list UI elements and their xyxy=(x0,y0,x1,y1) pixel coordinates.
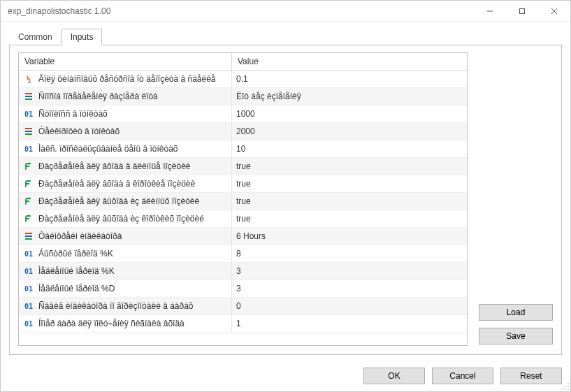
svg-point-17 xyxy=(565,389,566,390)
table-row[interactable]: Ðàçðåøåíèå äëÿ âõîäà â êîðîòêèå ïîçèöèèt… xyxy=(19,175,467,193)
enum-icon xyxy=(23,231,34,242)
dialog-footer: OK Cancel Reset xyxy=(1,361,570,391)
variable-label: Òàéìôðåéì èíäèêàòîðà xyxy=(38,231,122,241)
table-body: ½Äïëÿ ôèíàíñîâûõ ðåñóðñîâ îò äåïîçèòà â … xyxy=(19,71,467,345)
cell-variable: 01Ìåäëåííûé ïåðèîä %K xyxy=(19,263,232,280)
cell-value[interactable]: 10 xyxy=(232,140,467,157)
svg-point-14 xyxy=(565,386,566,387)
enum-icon xyxy=(23,91,34,102)
reset-button[interactable]: Reset xyxy=(500,368,562,384)
variable-label: Ìåäëåííûé ïåðèîä %D xyxy=(38,284,115,293)
integer-icon: 01 xyxy=(23,266,34,277)
dialog-window: exp_dinapolistochastic 1.00 Common Input… xyxy=(0,0,571,392)
table-row[interactable]: Òàéìôðåéì èíäèêàòîðà6 Hours xyxy=(19,228,467,245)
cell-value[interactable]: 6 Hours xyxy=(232,228,467,245)
side-buttons: Load Save xyxy=(479,52,553,346)
cancel-button[interactable]: Cancel xyxy=(432,368,493,384)
cell-variable: 01Íîìåð áàðà äëÿ ïîëó÷åíèÿ ñèãíàëà âõîäà xyxy=(19,315,232,332)
cell-variable: 01Ìåäëåííûé ïåðèîä %D xyxy=(19,280,232,297)
table-row[interactable]: 01Ìåäëåííûé ïåðèîä %K3 xyxy=(19,263,467,280)
table-row[interactable]: 01Ìåäëåííûé ïåðèîä %D3 xyxy=(19,280,467,298)
variable-label: Íîìåð áàðà äëÿ ïîëó÷åíèÿ ñèãíàëà âõîäà xyxy=(38,319,185,328)
variable-label: Ñïîñîá îïðåäåëåíèÿ ðàçìåðà ëîòà xyxy=(38,92,158,101)
table-row[interactable]: Òåéêïðîôèò â ïóíêòàõ2000 xyxy=(19,123,467,140)
close-button[interactable] xyxy=(538,1,570,22)
cell-value[interactable]: Ëîò áåç èçìåíåíèÿ xyxy=(232,88,467,105)
table-row[interactable]: 01Ìàêñ. ïðîñêàëüçûâàíèå öåíû â ïóíêòàõ10 xyxy=(19,140,467,158)
cell-variable: 01Ñäâèã èíäèêàòîðà ïî ãîðèçîíòàëè â áàðà… xyxy=(19,298,232,314)
svg-point-15 xyxy=(568,386,569,387)
tab-strip: Common Inputs xyxy=(9,29,562,45)
cell-variable: Ðàçðåøåíèå äëÿ âõîäà â äëèííûå ïîçèöèè xyxy=(19,158,232,175)
svg-point-16 xyxy=(562,389,563,390)
col-header-variable[interactable]: Variable xyxy=(19,53,232,70)
cell-variable: 01Ìàêñ. ïðîñêàëüçûâàíèå öåíû â ïóíêòàõ xyxy=(19,140,232,157)
variable-label: Ðàçðåøåíèå äëÿ âûõîäà èç êîðîòêèõ ïîçèöè… xyxy=(38,214,204,224)
svg-point-18 xyxy=(568,389,569,390)
cell-value[interactable]: 1 xyxy=(232,315,467,332)
variable-label: Ìàêñ. ïðîñêàëüçûâàíèå öåíû â ïóíêòàõ xyxy=(38,144,178,154)
table-header: Variable Value xyxy=(19,53,467,71)
tab-inputs[interactable]: Inputs xyxy=(62,29,103,45)
cell-value[interactable]: 3 xyxy=(232,263,467,280)
cell-value[interactable]: true xyxy=(232,193,467,210)
cell-variable: 01Ñòîïëîññ â ïóíêòàõ xyxy=(19,106,232,122)
cell-value[interactable]: 0 xyxy=(232,298,467,314)
cell-variable: Ðàçðåøåíèå äëÿ âõîäà â êîðîòêèå ïîçèöèè xyxy=(19,175,232,192)
variable-label: Òåéêïðîôèò â ïóíêòàõ xyxy=(38,126,120,136)
window-title: exp_dinapolistochastic 1.00 xyxy=(1,6,474,16)
cell-value[interactable]: 1000 xyxy=(232,106,467,122)
integer-icon: 01 xyxy=(23,248,34,259)
integer-icon: 01 xyxy=(23,143,34,154)
minimize-button[interactable] xyxy=(474,1,506,22)
integer-icon: 01 xyxy=(23,318,34,329)
enum-icon xyxy=(23,126,34,137)
integer-icon: 01 xyxy=(23,283,34,294)
tab-common[interactable]: Common xyxy=(9,29,62,45)
variable-label: Äïëÿ ôèíàíñîâûõ ðåñóðñîâ îò äåïîçèòà â ñ… xyxy=(38,74,216,84)
variable-label: Ðàçðåøåíèå äëÿ âõîäà â äëèííûå ïîçèöèè xyxy=(38,161,191,171)
variable-label: Ìåäëåííûé ïåðèîä %K xyxy=(38,266,115,276)
ok-button[interactable]: OK xyxy=(363,368,425,384)
table-row[interactable]: Ñïîñîá îïðåäåëåíèÿ ðàçìåðà ëîòàËîò áåç è… xyxy=(19,88,467,106)
cell-value[interactable]: true xyxy=(232,210,467,227)
table-row[interactable]: 01Ñäâèã èíäèêàòîðà ïî ãîðèçîíòàëè â áàðà… xyxy=(19,298,467,315)
table-row[interactable]: 01Áûñòðûé ïåðèîä %K8 xyxy=(19,245,467,263)
variable-label: Ñäâèã èíäèêàòîðà ïî ãîðèçîíòàëè â áàðàõ xyxy=(38,301,194,311)
table-row[interactable]: Ðàçðåøåíèå äëÿ âûõîäà èç êîðîòêèõ ïîçèöè… xyxy=(19,210,467,228)
svg-point-13 xyxy=(568,383,569,384)
table-row[interactable]: Ðàçðåøåíèå äëÿ âûõîäà èç äëèííûõ ïîçèöèé… xyxy=(19,193,467,210)
cell-variable: Ðàçðåøåíèå äëÿ âûõîäà èç êîðîòêèõ ïîçèöè… xyxy=(19,210,232,227)
maximize-button[interactable] xyxy=(506,1,538,22)
cell-value[interactable]: true xyxy=(232,175,467,192)
table-row[interactable]: ½Äïëÿ ôèíàíñîâûõ ðåñóðñîâ îò äåïîçèòà â … xyxy=(19,71,467,88)
cell-variable: Ðàçðåøåíèå äëÿ âûõîäà èç äëèííûõ ïîçèöèé xyxy=(19,193,232,210)
cell-variable: ½Äïëÿ ôèíàíñîâûõ ðåñóðñîâ îò äåïîçèòà â … xyxy=(19,71,232,87)
boolean-icon xyxy=(23,196,34,207)
svg-rect-1 xyxy=(520,8,525,13)
cell-variable: 01Áûñòðûé ïåðèîä %K xyxy=(19,245,232,262)
table-row[interactable]: 01Ñòîïëîññ â ïóíêòàõ1000 xyxy=(19,106,467,123)
cell-variable: Ñïîñîá îïðåäåëåíèÿ ðàçìåðà ëîòà xyxy=(19,88,232,105)
resize-grip-icon[interactable] xyxy=(561,382,570,391)
integer-icon: 01 xyxy=(23,300,34,312)
boolean-icon xyxy=(23,178,34,189)
cell-value[interactable]: 8 xyxy=(232,245,467,262)
cell-value[interactable]: true xyxy=(232,158,467,175)
dialog-body: Common Inputs Variable Value ½Äïëÿ ôèíàí… xyxy=(1,22,570,361)
cell-value[interactable]: 2000 xyxy=(232,123,467,140)
variable-label: Ñòîïëîññ â ïóíêòàõ xyxy=(38,109,108,119)
integer-icon: 01 xyxy=(23,108,34,119)
save-button[interactable]: Save xyxy=(479,328,553,344)
fraction-icon: ½ xyxy=(23,73,34,85)
cell-value[interactable]: 3 xyxy=(232,280,467,297)
variable-label: Ðàçðåøåíèå äëÿ âûõîäà èç äëèííûõ ïîçèöèé xyxy=(38,196,199,206)
inputs-table: Variable Value ½Äïëÿ ôèíàíñîâûõ ðåñóðñîâ… xyxy=(18,52,468,346)
titlebar: exp_dinapolistochastic 1.00 xyxy=(1,1,570,22)
variable-label: Ðàçðåøåíèå äëÿ âõîäà â êîðîòêèå ïîçèöèè xyxy=(38,179,195,189)
cell-value[interactable]: 0.1 xyxy=(232,71,467,87)
table-row[interactable]: 01Íîìåð áàðà äëÿ ïîëó÷åíèÿ ñèãíàëà âõîäà… xyxy=(19,315,467,333)
table-row[interactable]: Ðàçðåøåíèå äëÿ âõîäà â äëèííûå ïîçèöèètr… xyxy=(19,158,467,175)
col-header-value[interactable]: Value xyxy=(232,53,467,70)
load-button[interactable]: Load xyxy=(479,304,553,321)
